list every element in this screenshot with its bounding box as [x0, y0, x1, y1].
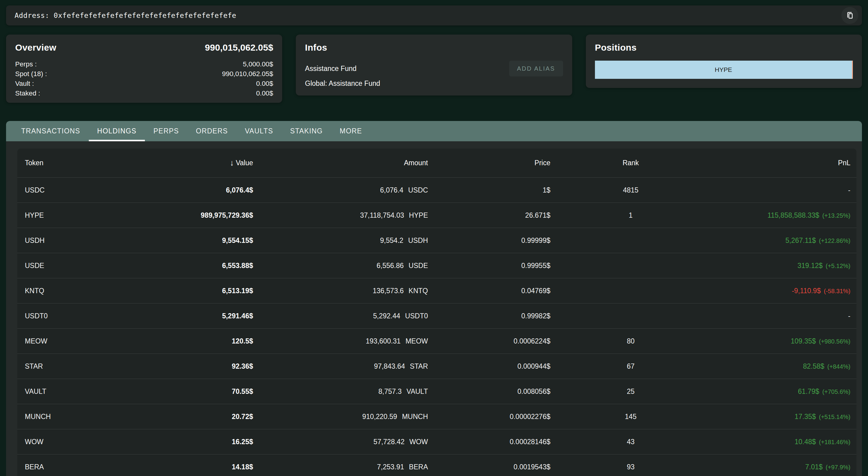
- amount-cell: 910,220.59MUNCH: [253, 413, 428, 421]
- pnl-percent: (+13.25%): [822, 212, 850, 219]
- table-wrap: Token↓ValueAmountPriceRankPnL USDC6,076.…: [6, 141, 862, 476]
- pnl-value: -9,110.9$: [792, 287, 821, 295]
- overview-row-label: Vault :: [15, 79, 34, 89]
- overview-row-label: Staked :: [15, 89, 40, 98]
- rank-cell: 4815: [550, 186, 711, 194]
- amount-symbol: WOW: [409, 438, 428, 446]
- holdings-table: Token↓ValueAmountPriceRankPnL USDC6,076.…: [17, 149, 857, 476]
- main-section: TRANSACTIONSHOLDINGSPERPSORDERSVAULTSSTA…: [6, 121, 862, 476]
- alias-name: Assistance Fund: [305, 65, 356, 73]
- amount-symbol: HYPE: [409, 211, 428, 219]
- amount-number: 193,600.31: [366, 337, 401, 345]
- column-header-token[interactable]: Token: [25, 159, 110, 167]
- tab-staking[interactable]: STAKING: [282, 121, 331, 141]
- pnl-value: 17.35$: [795, 413, 816, 421]
- rank-cell: 93: [550, 463, 711, 471]
- column-header-rank[interactable]: Rank: [550, 159, 711, 167]
- tab-more[interactable]: MORE: [331, 121, 371, 141]
- amount-number: 910,220.59: [362, 413, 397, 421]
- pnl-value: 109.35$: [791, 337, 816, 345]
- amount-symbol: MEOW: [405, 337, 428, 345]
- overview-row: Spot (18) :990,010,062.05$: [15, 69, 273, 79]
- tab-orders[interactable]: ORDERS: [187, 121, 237, 141]
- table-row[interactable]: HYPE989,975,729.36$37,118,754.03HYPE26.6…: [17, 203, 857, 228]
- pnl-value: 7.01$: [805, 463, 823, 471]
- sort-desc-icon: ↓: [230, 159, 234, 167]
- amount-number: 6,076.4: [380, 186, 403, 194]
- price-cell: 0.99982$: [428, 312, 550, 320]
- pnl-cell: -: [711, 186, 850, 194]
- infos-title: Infos: [305, 42, 563, 53]
- overview-row-value: 5,000.00$: [243, 59, 273, 69]
- tab-perps[interactable]: PERPS: [145, 121, 187, 141]
- rank-cell: 1: [550, 211, 711, 219]
- table-row[interactable]: MUNCH20.72$910,220.59MUNCH0.00002276$145…: [17, 404, 857, 429]
- rank-cell: 145: [550, 413, 711, 421]
- price-cell: 0.008056$: [428, 387, 550, 396]
- pnl-value: 319.12$: [797, 262, 823, 270]
- amount-symbol: STAR: [410, 362, 428, 370]
- column-header-price[interactable]: Price: [428, 159, 550, 167]
- table-row[interactable]: KNTQ6,513.19$136,573.6KNTQ0.04769$-9,110…: [17, 278, 857, 303]
- pnl-value: 115,858,588.33$: [767, 211, 819, 219]
- pnl-value: 82.58$: [803, 362, 824, 370]
- amount-cell: 7,253.91BERA: [253, 463, 428, 471]
- table-row[interactable]: USDC6,076.4$6,076.4USDC1$4815-: [17, 177, 857, 203]
- amount-number: 37,118,754.03: [360, 211, 404, 219]
- position-segment-other[interactable]: [852, 61, 853, 79]
- value-cell: 16.25$: [110, 438, 253, 446]
- overview-row: Perps :5,000.00$: [15, 59, 273, 69]
- column-header-label: Token: [25, 159, 43, 167]
- positions-bar: HYPE: [595, 61, 853, 79]
- table-row[interactable]: VAULT70.55$8,757.3VAULT0.008056$2561.79$…: [17, 379, 857, 404]
- table-row[interactable]: BERA14.18$7,253.91BERA0.0019543$937.01$(…: [17, 454, 857, 476]
- amount-number: 57,728.42: [373, 438, 404, 446]
- value-cell: 6,553.88$: [110, 262, 253, 270]
- amount-number: 5,292.44: [373, 312, 400, 320]
- copy-address-button[interactable]: [841, 7, 858, 24]
- amount-cell: 57,728.42WOW: [253, 438, 428, 446]
- amount-symbol: KNTQ: [408, 287, 428, 295]
- token-cell: VAULT: [25, 387, 110, 396]
- column-header-amount[interactable]: Amount: [253, 159, 428, 167]
- pnl-cell: 17.35$(+515.14%): [711, 413, 850, 421]
- amount-symbol: USDT0: [405, 312, 428, 320]
- pnl-cell: 319.12$(+5.12%): [711, 262, 850, 270]
- position-segment-hype[interactable]: HYPE: [595, 61, 852, 79]
- token-cell: BERA: [25, 463, 110, 471]
- table-row[interactable]: USDT05,291.46$5,292.44USDT00.99982$-: [17, 303, 857, 328]
- pnl-percent: (-58.31%): [824, 288, 850, 295]
- pnl-value: -: [848, 312, 850, 320]
- tab-bar: TRANSACTIONSHOLDINGSPERPSORDERSVAULTSSTA…: [6, 121, 862, 141]
- overview-row-label: Perps :: [15, 59, 37, 69]
- table-row[interactable]: WOW16.25$57,728.42WOW0.00028146$4310.48$…: [17, 429, 857, 454]
- column-header-pnl[interactable]: PnL: [711, 159, 850, 167]
- pnl-value: 10.48$: [795, 438, 816, 446]
- column-header-value[interactable]: ↓Value: [110, 159, 253, 167]
- column-header-label: Amount: [404, 159, 428, 167]
- rank-cell: 80: [550, 337, 711, 345]
- amount-number: 8,757.3: [378, 387, 402, 396]
- pnl-cell: 115,858,588.33$(+13.25%): [711, 211, 850, 219]
- tab-vaults[interactable]: VAULTS: [237, 121, 282, 141]
- price-cell: 26.671$: [428, 211, 550, 219]
- pnl-cell: 82.58$(+844%): [711, 362, 850, 370]
- price-cell: 0.99955$: [428, 262, 550, 270]
- amount-symbol: VAULT: [406, 387, 428, 396]
- table-row[interactable]: USDE6,553.88$6,556.86USDE0.99955$319.12$…: [17, 253, 857, 278]
- table-row[interactable]: STAR92.36$97,843.64STAR0.000944$6782.58$…: [17, 354, 857, 379]
- table-row[interactable]: USDH9,554.15$9,554.2USDH0.99999$5,267.11…: [17, 228, 857, 253]
- overview-row: Vault :0.00$: [15, 79, 273, 89]
- amount-symbol: USDE: [408, 262, 428, 270]
- column-header-label: Price: [535, 159, 550, 167]
- amount-cell: 193,600.31MEOW: [253, 337, 428, 345]
- add-alias-button[interactable]: ADD ALIAS: [509, 61, 563, 77]
- amount-number: 6,556.86: [377, 262, 404, 270]
- token-cell: USDH: [25, 237, 110, 245]
- value-cell: 9,554.15$: [110, 237, 253, 245]
- tab-transactions[interactable]: TRANSACTIONS: [13, 121, 89, 141]
- price-cell: 0.04769$: [428, 287, 550, 295]
- table-row[interactable]: MEOW120.5$193,600.31MEOW0.0006224$80109.…: [17, 328, 857, 354]
- tab-holdings[interactable]: HOLDINGS: [89, 121, 145, 141]
- amount-symbol: USDH: [408, 237, 428, 245]
